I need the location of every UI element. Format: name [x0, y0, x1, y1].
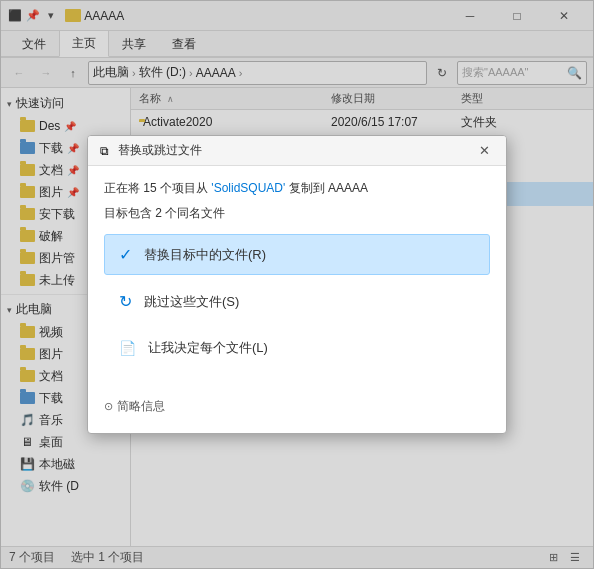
replace-skip-dialog: ⧉ 替换或跳过文件 ✕ 正在将 15 个项目从 'SolidSQUAD' 复制到… — [87, 135, 507, 434]
option-decide-text: 让我决定每个文件(L) — [148, 339, 268, 357]
dialog-conflict-text: 目标包含 2 个同名文件 — [104, 205, 490, 222]
explorer-window: ⬛ 📌 ▾ AAAAA ─ □ ✕ 文件 主页 共享 查看 ← → ↑ 此电脑 … — [0, 0, 594, 569]
brief-info-button[interactable]: ⊙ 简略信息 — [104, 394, 490, 419]
check-icon: ✓ — [119, 245, 132, 264]
dialog-progress-text: 正在将 15 个项目从 'SolidSQUAD' 复制到 AAAAA — [104, 180, 490, 197]
option-replace-text: 替换目标中的文件(R) — [144, 246, 266, 264]
dialog-option-decide[interactable]: 📄 让我决定每个文件(L) — [104, 328, 490, 368]
dialog-source: SolidSQUAD — [214, 181, 283, 195]
decide-icon: 📄 — [119, 340, 136, 356]
dialog-progress-prefix: 正在将 15 个项目从 — [104, 181, 208, 195]
dialog-footer: ⊙ 简略信息 — [88, 388, 506, 433]
dialog-body: 正在将 15 个项目从 'SolidSQUAD' 复制到 AAAAA 目标包含 … — [88, 166, 506, 388]
brief-label: 简略信息 — [117, 398, 165, 415]
dialog-option-replace[interactable]: ✓ 替换目标中的文件(R) — [104, 234, 490, 275]
option-skip-text: 跳过这些文件(S) — [144, 293, 239, 311]
brief-arrow-icon: ⊙ — [104, 400, 113, 413]
dialog-title: 替换或跳过文件 — [118, 142, 470, 159]
dialog-title-bar: ⧉ 替换或跳过文件 ✕ — [88, 136, 506, 166]
dialog-icon: ⧉ — [96, 143, 112, 159]
dialog-progress-suffix: 复制到 AAAAA — [289, 181, 368, 195]
dialog-close-button[interactable]: ✕ — [470, 139, 498, 163]
dialog-option-skip[interactable]: ↻ 跳过这些文件(S) — [104, 281, 490, 322]
skip-icon: ↻ — [119, 292, 132, 311]
dialog-overlay: ⧉ 替换或跳过文件 ✕ 正在将 15 个项目从 'SolidSQUAD' 复制到… — [1, 1, 593, 568]
